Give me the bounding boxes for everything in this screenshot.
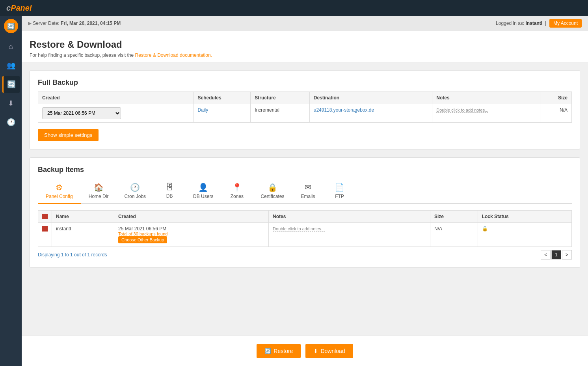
pagination-next[interactable]: > <box>562 250 572 260</box>
col-structure: Structure <box>251 92 309 104</box>
row-lock-cell: 🔓 <box>478 223 571 247</box>
pagination-range[interactable]: 1 to 1 <box>61 252 73 258</box>
choose-other-backup-button[interactable]: Choose Other Backup <box>118 236 167 243</box>
full-backup-title: Full Backup <box>38 78 572 87</box>
tab-panel-config[interactable]: ⚙ Panel Config <box>38 179 81 204</box>
main-content: Full Backup Created Schedules Structure … <box>22 62 588 336</box>
panel-config-icon: ⚙ <box>56 183 63 192</box>
col-size: Size <box>540 92 571 104</box>
destination-link[interactable]: u249118.your-storagebox.de <box>314 107 374 113</box>
my-account-button[interactable]: My Account <box>549 19 582 28</box>
tab-db[interactable]: 🗄 DB <box>154 179 185 204</box>
created-cell: 25 Mar 2021 06:56 PM <box>38 104 194 123</box>
sidebar-home-icon[interactable]: ⌂ <box>2 38 20 55</box>
tab-panel-config-label: Panel Config <box>46 194 73 199</box>
documentation-link[interactable]: Restore & Download documentation. <box>135 52 212 58</box>
full-backup-row: 25 Mar 2021 06:56 PM Daily Incremental u… <box>38 104 572 123</box>
backup-tabs: ⚙ Panel Config 🏠 Home Dir 🕐 Cron Jobs 🗄 … <box>38 179 572 204</box>
select-all-checkbox[interactable] <box>42 214 48 219</box>
tab-cron-jobs-label: Cron Jobs <box>124 194 146 199</box>
row-notes-editable[interactable]: Double click to add notes... <box>273 226 325 232</box>
tab-zones-label: Zones <box>231 194 244 199</box>
row-size-cell: N/A <box>430 223 478 247</box>
col-name: Name <box>52 211 114 223</box>
page-header: Restore & Download For help finding a sp… <box>22 31 588 62</box>
content-area: Server Date: Fri, Mar 26, 2021, 04:15 PM… <box>22 16 588 366</box>
tab-home-dir[interactable]: 🏠 Home Dir <box>81 179 117 204</box>
tab-db-users-label: DB Users <box>193 194 213 199</box>
db-users-icon: 👤 <box>198 183 208 192</box>
download-icon: ⬇ <box>313 348 318 354</box>
pagination-prev[interactable]: < <box>541 250 551 260</box>
ftp-icon: 📄 <box>335 183 344 192</box>
download-button[interactable]: ⬇ Download <box>305 344 353 358</box>
row-name-cell: instantl <box>52 223 114 247</box>
col-lock-status: Lock Status <box>478 211 571 223</box>
full-backup-card: Full Backup Created Schedules Structure … <box>30 70 580 149</box>
sidebar-jetbackup-icon[interactable]: 🔄 <box>4 19 18 33</box>
db-icon: 🗄 <box>166 183 173 192</box>
col-created: Created <box>38 92 194 104</box>
schedule-link[interactable]: Daily <box>198 107 208 113</box>
tab-ftp[interactable]: 📄 FTP <box>324 179 355 204</box>
logged-in-label: Logged in as: instantl | <box>496 21 546 26</box>
page-subtitle: For help finding a specific backup, plea… <box>30 52 580 58</box>
pagination-area: Displaying 1 to 1 out of 1 records < 1 > <box>38 250 572 260</box>
tab-certificates[interactable]: 🔒 Certificates <box>253 179 292 204</box>
show-settings-button[interactable]: Show simple settings <box>38 129 99 141</box>
sidebar-users-icon[interactable]: 👥 <box>2 57 20 74</box>
col-destination: Destination <box>309 92 432 104</box>
full-backup-table: Created Schedules Structure Destination … <box>38 92 572 123</box>
row-created-cell: 25 Mar 2021 06:56 PM Total of 30 backups… <box>114 223 269 247</box>
tab-db-label: DB <box>166 193 173 199</box>
sidebar-restore-icon[interactable]: 🔄 <box>2 76 20 93</box>
pagination-total[interactable]: 1 <box>87 252 90 258</box>
table-row: instantl 25 Mar 2021 06:56 PM Total of 3… <box>38 223 572 247</box>
schedules-cell: Daily <box>194 104 251 123</box>
col-notes: Notes <box>432 92 540 104</box>
certificates-icon: 🔒 <box>268 183 277 192</box>
col-schedules: Schedules <box>194 92 251 104</box>
destination-cell: u249118.your-storagebox.de <box>309 104 432 123</box>
server-date: Server Date: Fri, Mar 26, 2021, 04:15 PM <box>28 21 121 26</box>
tab-cron-jobs[interactable]: 🕐 Cron Jobs <box>116 179 154 204</box>
backups-found: Total of 30 backups found <box>118 232 264 236</box>
pagination-page-1[interactable]: 1 <box>551 250 561 260</box>
backup-items-title: Backup Items <box>38 166 572 174</box>
tab-home-dir-label: Home Dir <box>89 194 109 199</box>
sidebar: 🔄 ⌂ 👥 🔄 ⬇ 🕐 <box>0 16 22 366</box>
notes-editable[interactable]: Double click to add notes... <box>436 108 488 113</box>
sidebar-history-icon[interactable]: 🕐 <box>2 114 20 131</box>
restore-button[interactable]: 🔄 Restore <box>257 344 301 358</box>
server-bar: Server Date: Fri, Mar 26, 2021, 04:15 PM… <box>22 16 588 31</box>
pagination-buttons: < 1 > <box>541 250 572 260</box>
tab-db-users[interactable]: 👤 DB Users <box>185 179 221 204</box>
structure-cell: Incremental <box>251 104 309 123</box>
tab-emails[interactable]: ✉ Emails <box>292 179 324 204</box>
col-size-items: Size <box>430 211 478 223</box>
pagination-info: Displaying 1 to 1 out of 1 records <box>38 252 107 258</box>
tab-ftp-label: FTP <box>335 194 344 199</box>
row-checkbox-cell <box>38 223 52 247</box>
row-notes-cell: Double click to add notes... <box>269 223 430 247</box>
created-dropdown[interactable]: 25 Mar 2021 06:56 PM <box>42 107 121 119</box>
lock-icon: 🔓 <box>482 226 488 232</box>
tab-emails-label: Emails <box>301 194 315 199</box>
sidebar-download-icon[interactable]: ⬇ <box>2 95 20 112</box>
tab-zones[interactable]: 📍 Zones <box>221 179 253 204</box>
col-checkbox <box>38 211 52 223</box>
size-cell: N/A <box>540 104 571 123</box>
col-created-items: Created <box>114 211 269 223</box>
notes-cell: Double click to add notes... <box>432 104 540 123</box>
cron-jobs-icon: 🕐 <box>130 183 140 192</box>
row-checkbox[interactable] <box>42 226 48 232</box>
col-notes-items: Notes <box>269 211 430 223</box>
restore-icon: 🔄 <box>264 348 271 354</box>
top-bar: cPanel <box>0 0 588 16</box>
emails-icon: ✉ <box>305 183 311 192</box>
footer-buttons: 🔄 Restore ⬇ Download <box>22 336 588 366</box>
app-logo: cPanel <box>6 4 32 13</box>
backup-items-table: Name Created Notes Size Lock Status <box>38 210 572 247</box>
home-dir-icon: 🏠 <box>94 183 104 192</box>
tab-certificates-label: Certificates <box>261 194 284 199</box>
